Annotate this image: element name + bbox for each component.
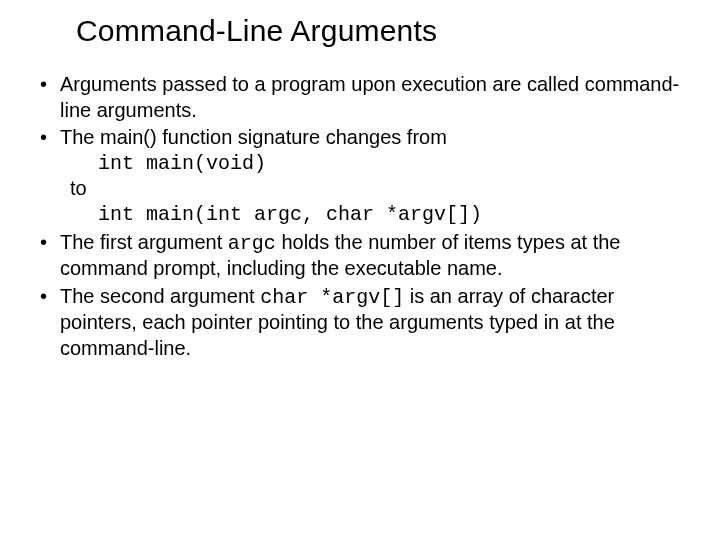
bullet-item: Arguments passed to a program upon execu… bbox=[36, 72, 680, 123]
bullet-item: The first argument argc holds the number… bbox=[36, 230, 680, 282]
bullet-text: The second argument bbox=[60, 285, 260, 307]
bullet-text: to bbox=[60, 176, 680, 202]
slide-title: Command-Line Arguments bbox=[76, 14, 692, 48]
bullet-item: The second argument char *argv[] is an a… bbox=[36, 284, 680, 362]
inline-code: char *argv[] bbox=[260, 286, 404, 309]
inline-code: argc bbox=[228, 232, 276, 255]
bullet-text: The main() function signature changes fr… bbox=[60, 126, 447, 148]
bullet-item: The main() function signature changes fr… bbox=[36, 125, 680, 227]
code-line: int main(void) bbox=[60, 151, 680, 177]
bullet-text: Arguments passed to a program upon execu… bbox=[60, 73, 679, 121]
slide: Command-Line Arguments Arguments passed … bbox=[0, 0, 720, 540]
bullet-list: Arguments passed to a program upon execu… bbox=[28, 72, 692, 362]
bullet-text: The first argument bbox=[60, 231, 228, 253]
code-line: int main(int argc, char *argv[]) bbox=[60, 202, 680, 228]
